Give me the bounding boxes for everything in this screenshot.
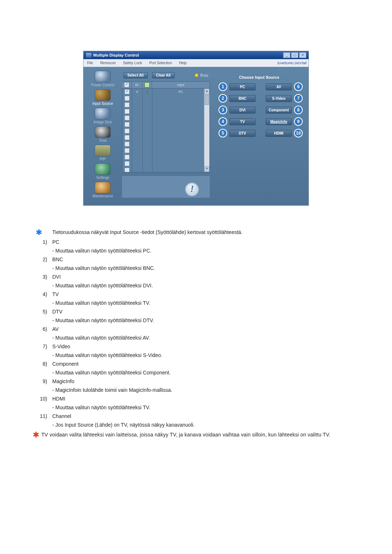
menu-safety-lock[interactable]: Safety Lock: [119, 60, 146, 66]
row-checkbox[interactable]: [124, 122, 130, 127]
source-row: MagicInfo9: [266, 117, 303, 126]
nav-label: PIP: [100, 157, 106, 161]
scroll-up-icon[interactable]: ▲: [204, 89, 209, 94]
document-body: ✱ Tietoruudukossa näkyvät Input Source -…: [33, 227, 359, 438]
info-icon[interactable]: !: [185, 182, 199, 196]
nav-pip[interactable]: PIP: [87, 145, 118, 161]
row-checkbox[interactable]: [124, 89, 130, 94]
bottom-strip: !: [122, 176, 210, 198]
nav-power-control[interactable]: Power Control: [87, 71, 118, 87]
table-row[interactable]: [122, 134, 209, 141]
number-badge: 8: [294, 106, 303, 114]
select-all-button[interactable]: Select All: [123, 72, 148, 78]
source-pc-button[interactable]: PC: [229, 83, 256, 90]
row-checkbox[interactable]: [124, 96, 130, 101]
row-checkbox[interactable]: [124, 102, 130, 107]
source-row: 1PC: [219, 82, 256, 91]
nav-time[interactable]: Time: [87, 126, 118, 143]
source-s-video-button[interactable]: S-Video: [266, 95, 292, 102]
nav-input-source[interactable]: Input Source: [87, 89, 118, 106]
app-window: Multiple Display Control _ □ × File Remo…: [83, 51, 309, 206]
minimize-button[interactable]: _: [283, 52, 290, 58]
table-row[interactable]: [122, 108, 209, 115]
item-desc: - Jos Input Source (Lähde) on TV, näytös…: [50, 421, 245, 429]
table-row[interactable]: [122, 128, 209, 134]
row-checkbox[interactable]: [124, 135, 130, 140]
menu-help[interactable]: Help: [175, 60, 190, 66]
number-badge: 2: [219, 94, 227, 103]
item-desc: - Muuttaa valitun näytön syöttölähteeksi…: [50, 282, 245, 290]
work-area: Power Control Input Source Image Size Ti…: [83, 67, 309, 205]
item-desc: - Muuttaa valitun näytön syöttölähteeksi…: [50, 369, 245, 377]
table-row[interactable]: [122, 167, 209, 172]
table-row[interactable]: [122, 147, 209, 154]
table-row[interactable]: [122, 121, 209, 128]
source-tv-button[interactable]: TV: [229, 118, 256, 125]
nav-label: Power Control: [91, 83, 114, 87]
menu-port-selection[interactable]: Port Selection: [146, 60, 175, 66]
row-checkbox[interactable]: [124, 115, 130, 120]
scrollbar[interactable]: ▲ ▼: [204, 89, 209, 172]
col-lamp-icon: [142, 82, 152, 88]
item-term: Channel: [50, 412, 245, 420]
row-input: [152, 108, 209, 115]
menu-file[interactable]: File: [83, 60, 97, 66]
grid-body: 0PC ▲ ▼: [122, 89, 210, 172]
source-dvi-button[interactable]: DVI: [229, 107, 256, 114]
row-checkbox[interactable]: [124, 109, 130, 114]
maximize-button[interactable]: □: [291, 52, 298, 58]
source-av-button[interactable]: AV: [266, 83, 292, 90]
source-row: HDMI10: [266, 129, 303, 138]
clear-all-button[interactable]: Clear All: [152, 72, 175, 78]
source-hdmi-button[interactable]: HDMI: [266, 130, 292, 137]
number-badge: 1: [219, 82, 227, 91]
power-icon: [95, 71, 111, 82]
star-icon: ✱: [36, 228, 44, 237]
source-row: 5DTV: [219, 129, 256, 138]
row-checkbox[interactable]: [124, 148, 130, 153]
nav-label: Time: [99, 139, 107, 143]
row-input: [152, 147, 209, 154]
table-row[interactable]: 0PC: [122, 89, 209, 95]
row-id: 0: [132, 89, 143, 95]
table-row[interactable]: [122, 115, 209, 121]
table-row[interactable]: [122, 154, 209, 160]
source-bnc-button[interactable]: BNC: [229, 95, 256, 102]
item-number: 5): [33, 308, 49, 316]
row-checkbox[interactable]: [124, 168, 130, 172]
intro-text: Tietoruudukossa näkyvät Input Source -ti…: [50, 228, 245, 237]
table-row[interactable]: [122, 160, 209, 167]
row-input: [152, 128, 209, 134]
nav-maintenance[interactable]: Maintenance: [87, 182, 118, 198]
source-panel: Choose Input Source 1PC2BNC3DVI4TV5DTV A…: [213, 71, 305, 200]
footnote-text: TV voidaan valita lähteeksi vain laittei…: [41, 432, 359, 438]
nav-settings[interactable]: Settings: [87, 163, 118, 180]
row-checkbox[interactable]: [124, 155, 130, 160]
row-checkbox[interactable]: [124, 128, 130, 134]
menu-remocon[interactable]: Remocon: [97, 60, 119, 66]
item-term: TV: [50, 290, 245, 298]
item-term: DVI: [50, 273, 245, 281]
source-component-button[interactable]: Component: [266, 107, 292, 114]
nav-image-size[interactable]: Image Size: [87, 108, 118, 124]
item-desc: - Muuttaa valitun näytön syöttölähteeksi…: [50, 264, 245, 272]
table-row[interactable]: [122, 102, 209, 108]
item-desc: - Muuttaa valitun näytön syöttölähteeksi…: [50, 299, 245, 307]
scroll-down-icon[interactable]: ▼: [204, 166, 209, 172]
number-badge: 5: [219, 129, 227, 138]
row-checkbox[interactable]: [124, 161, 130, 166]
row-checkbox[interactable]: [124, 141, 130, 147]
table-row[interactable]: [122, 141, 209, 147]
row-input: [152, 134, 209, 141]
row-input: [152, 154, 209, 160]
source-dtv-button[interactable]: DTV: [229, 130, 256, 137]
source-magicinfo-button[interactable]: MagicInfo: [266, 118, 292, 125]
brand-label: SAMSUNG DIGITall: [277, 61, 306, 65]
table-row[interactable]: [122, 95, 209, 102]
grid-header: ID Input: [122, 81, 210, 89]
close-button[interactable]: ×: [299, 52, 306, 58]
scroll-thumb[interactable]: [205, 95, 209, 105]
panel-title: Choose Input Source: [216, 71, 303, 82]
item-desc: - MagicInfoin tulolähde toimii vain Magi…: [50, 386, 245, 394]
settings-icon: [95, 163, 111, 175]
